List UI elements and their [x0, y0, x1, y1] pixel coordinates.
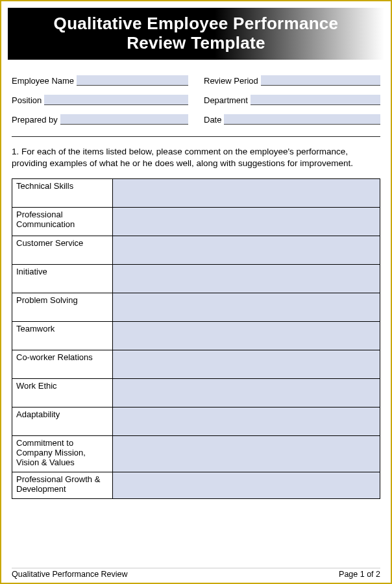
table-row: Teamwork [12, 322, 380, 350]
label-review-period: Review Period [204, 76, 261, 86]
field-position: Position [12, 95, 188, 105]
content-area: Employee Name Review Period Position Dep… [1, 60, 391, 499]
table-row: Co-worker Relations [12, 350, 380, 379]
field-date: Date [204, 114, 380, 125]
field-grid: Employee Name Review Period Position Dep… [12, 75, 380, 125]
label-employee-name: Employee Name [12, 76, 77, 86]
category-label: Technical Skills [12, 179, 113, 208]
table-row: Commitment to Company Mission, Vision & … [12, 436, 380, 472]
input-date[interactable] [224, 114, 380, 125]
category-label: Work Ethic [12, 379, 113, 408]
category-label: Initiative [12, 265, 113, 293]
comment-box[interactable] [113, 322, 380, 350]
footer: Qualitative Performance Review Page 1 of… [12, 568, 380, 579]
category-label: Commitment to Company Mission, Vision & … [12, 436, 113, 472]
comment-box[interactable] [113, 208, 380, 236]
field-department: Department [204, 95, 380, 105]
input-position[interactable] [44, 95, 188, 105]
category-label: Problem Solving [12, 293, 113, 322]
table-row: Professional Communication [12, 208, 380, 236]
input-prepared-by[interactable] [60, 114, 188, 125]
header-band: Qualitative Employee Performance Review … [8, 8, 384, 60]
field-review-period: Review Period [204, 75, 380, 86]
footer-right: Page 1 of 2 [339, 570, 380, 579]
category-label: Adaptability [12, 408, 113, 436]
label-date: Date [204, 115, 224, 125]
comment-box[interactable] [113, 350, 380, 379]
input-review-period[interactable] [261, 75, 380, 86]
comment-box[interactable] [113, 236, 380, 265]
title-line-2: Review Template [127, 33, 265, 53]
category-label: Teamwork [12, 322, 113, 350]
table-row: Adaptability [12, 408, 380, 436]
comment-box[interactable] [113, 179, 380, 208]
input-department[interactable] [251, 95, 380, 105]
table-row: Technical Skills [12, 179, 380, 208]
category-label: Co-worker Relations [12, 350, 113, 379]
divider [12, 136, 380, 137]
label-department: Department [204, 95, 251, 105]
comment-box[interactable] [113, 472, 380, 499]
category-label: Professional Communication [12, 208, 113, 236]
label-prepared-by: Prepared by [12, 115, 60, 125]
label-position: Position [12, 95, 44, 105]
table-row: Work Ethic [12, 379, 380, 408]
comment-box[interactable] [113, 408, 380, 436]
table-row: Problem Solving [12, 293, 380, 322]
input-employee-name[interactable] [77, 75, 188, 86]
header-title: Qualitative Employee Performance Review … [54, 14, 339, 53]
field-employee-name: Employee Name [12, 75, 188, 86]
category-label: Professional Growth & Development [12, 472, 113, 499]
footer-left: Qualitative Performance Review [12, 570, 128, 579]
comment-box[interactable] [113, 379, 380, 408]
comment-box[interactable] [113, 436, 380, 472]
review-table: Technical Skills Professional Communicat… [12, 178, 380, 499]
comment-box[interactable] [113, 293, 380, 322]
table-row: Professional Growth & Development [12, 472, 380, 499]
field-prepared-by: Prepared by [12, 114, 188, 125]
instructions-text: 1. For each of the items listed below, p… [12, 146, 380, 169]
table-row: Initiative [12, 265, 380, 293]
title-line-1: Qualitative Employee Performance [54, 14, 339, 33]
category-label: Customer Service [12, 236, 113, 265]
comment-box[interactable] [113, 265, 380, 293]
table-row: Customer Service [12, 236, 380, 265]
